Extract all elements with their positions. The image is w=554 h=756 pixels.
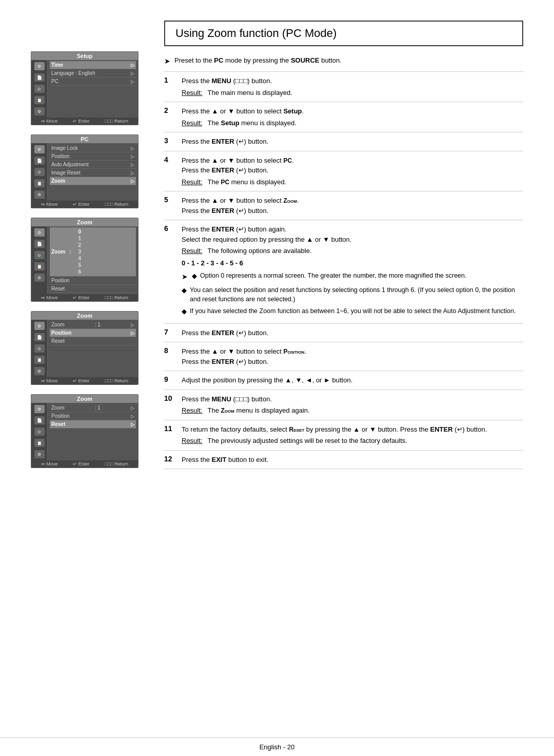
pc-icon-1: ⚙ xyxy=(34,145,45,153)
icon-2: 📄 xyxy=(34,73,45,82)
step-12-content: Press the EXIT button to exit. xyxy=(180,450,523,469)
zoom-menu-position: Position xyxy=(50,277,136,285)
intro-text: Preset to the PC mode by pressing the SO… xyxy=(174,56,342,64)
screen-setup-menu: Time ▷ Language : English ▷ PC ▷ xyxy=(48,60,138,118)
step-7-num: 7 xyxy=(164,323,180,342)
screen-zoom2: Zoom ⚙ 📄 ⊙ 📋 ⚙ Zoom : 1 ▷ xyxy=(31,311,138,385)
z2-icon-2: 📄 xyxy=(34,333,45,341)
step-1-content: Press the MENU (□□□) button. Result: The… xyxy=(180,72,523,102)
note-item: ➤ ◆ Option 0 represents a normal screen.… xyxy=(182,271,521,283)
content-area: Setup ⚙ 📄 ⊙ 📋 ⚙ Time ▷ xyxy=(0,0,554,738)
screen-zoom2-footer: ⇔ Move ↵ Enter □□□ Return xyxy=(31,377,138,384)
pc-icon-4: 📋 xyxy=(34,179,45,187)
screen-zoom2-title: Zoom xyxy=(31,312,138,320)
step-6-num: 6 xyxy=(164,220,180,324)
footer-text: English - 20 xyxy=(260,743,295,751)
z2-menu-position: Position ▷ xyxy=(50,329,136,337)
screen-setup-icons: ⚙ 📄 ⊙ 📋 ⚙ xyxy=(31,60,48,118)
step-11-row: 11 To return the factory defaults, selec… xyxy=(164,420,523,450)
menu-auto-adjustment: Auto Adjustment ▷ xyxy=(50,161,136,169)
step-9-num: 9 xyxy=(164,371,180,390)
step-7-row: 7 Press the ENTER (↵) button. xyxy=(164,323,523,342)
z3-menu-position: Position ▷ xyxy=(50,412,136,420)
step-4-row: 4 Press the ▲ or ▼ button to select PC. … xyxy=(164,151,523,191)
step-9-content: Adjust the position by pressing the ▲, ▼… xyxy=(180,371,523,390)
page-title-box: Using Zoom function (PC Mode) xyxy=(164,21,523,46)
bullet-2: ◆ You can select the position and reset … xyxy=(182,285,521,304)
screen-zoom2-icons: ⚙ 📄 ⊙ 📋 ⚙ xyxy=(31,320,48,377)
z3-icon-1: ⚙ xyxy=(34,405,45,413)
zoom-val-5: 5 xyxy=(75,262,85,268)
z3-icon-2: 📄 xyxy=(34,416,45,424)
screen-zoom1-menu: Zoom : 0 1 2 3 4 5 6 xyxy=(48,226,138,294)
pc-icon-3: ⊙ xyxy=(34,168,45,176)
z3-menu-zoom: Zoom : 1 ▷ xyxy=(50,404,136,412)
z2-icon-4: 📋 xyxy=(34,356,45,364)
screen-pc-footer: ⇔ Move ↵ Enter □□□ Return xyxy=(31,201,138,208)
left-column: Setup ⚙ 📄 ⊙ 📋 ⚙ Time ▷ xyxy=(31,51,149,717)
z2-icon-3: ⊙ xyxy=(34,344,45,353)
right-column: Using Zoom function (PC Mode) ➤ Preset t… xyxy=(164,21,523,717)
screen-zoom2-menu: Zoom : 1 ▷ Position ▷ Reset xyxy=(48,320,138,377)
screen-zoom1-title: Zoom xyxy=(31,218,138,226)
screen-pc: PC ⚙ 📄 ⊙ 📋 ⚙ Image Lock ▷ xyxy=(31,134,138,208)
step-5-content: Press the ▲ or ▼ button to select Zoom. … xyxy=(180,191,523,220)
step-11-num: 11 xyxy=(164,420,180,450)
zoom-val-4: 4 xyxy=(75,255,85,262)
icon-1: ⚙ xyxy=(34,62,45,70)
step-1-result: Result: The main menu is displayed. xyxy=(182,88,521,98)
step-5-row: 5 Press the ▲ or ▼ button to select Zoom… xyxy=(164,191,523,220)
z3-icon-4: 📋 xyxy=(34,439,45,447)
screen-zoom3-menu: Zoom : 1 ▷ Position ▷ Reset ▷ xyxy=(48,403,138,460)
screen-zoom2-body: ⚙ 📄 ⊙ 📋 ⚙ Zoom : 1 ▷ Position xyxy=(31,320,138,377)
zoom-menu-reset: Reset xyxy=(50,285,136,293)
step-3-content: Press the ENTER (↵) button. xyxy=(180,132,523,151)
menu-pc: PC ▷ xyxy=(50,77,136,86)
page-footer: English - 20 xyxy=(0,738,554,756)
intro-line: ➤ Preset to the PC mode by pressing the … xyxy=(164,56,523,65)
step-2-row: 2 Press the ▲ or ▼ button to select Setu… xyxy=(164,102,523,132)
icon-4: 📋 xyxy=(34,96,45,104)
screen-pc-body: ⚙ 📄 ⊙ 📋 ⚙ Image Lock ▷ Position ▷ xyxy=(31,143,138,201)
step-6-content: Press the ENTER (↵) button again. Select… xyxy=(180,220,523,324)
step-6-notes: ➤ ◆ Option 0 represents a normal screen.… xyxy=(182,271,521,317)
z3-menu-reset: Reset ▷ xyxy=(50,420,136,429)
bullet-1: ◆ Option 0 represents a normal screen. T… xyxy=(192,271,467,281)
icon-5: ⚙ xyxy=(34,107,45,115)
screen-zoom3-body: ⚙ 📄 ⊙ 📋 ⚙ Zoom : 1 ▷ Position xyxy=(31,403,138,460)
screen-zoom3-title: Zoom xyxy=(31,395,138,403)
screen-pc-icons: ⚙ 📄 ⊙ 📋 ⚙ xyxy=(31,143,48,201)
step-10-content: Press the MENU (□□□) button. Result: The… xyxy=(180,390,523,420)
icon-3: ⊙ xyxy=(34,85,45,93)
step-7-content: Press the ENTER (↵) button. xyxy=(180,323,523,342)
step-10-result: Result: The Zoom menu is displayed again… xyxy=(182,405,521,416)
step-2-content: Press the ▲ or ▼ button to select Setup.… xyxy=(180,102,523,132)
screen-pc-menu: Image Lock ▷ Position ▷ Auto Adjustment … xyxy=(48,143,138,201)
step-4-num: 4 xyxy=(164,151,180,191)
page: Setup ⚙ 📄 ⊙ 📋 ⚙ Time ▷ xyxy=(0,0,554,756)
page-title: Using Zoom function (PC Mode) xyxy=(175,27,337,40)
step-1-num: 1 xyxy=(164,72,180,102)
z2-icon-1: ⚙ xyxy=(34,322,45,330)
step-11-result: Result: The previously adjusted settings… xyxy=(182,436,521,446)
zoom-menu-zoom: Zoom : 0 1 2 3 4 5 6 xyxy=(50,227,136,277)
pc-icon-5: ⚙ xyxy=(34,190,45,199)
step-9-row: 9 Adjust the position by pressing the ▲,… xyxy=(164,371,523,390)
step-6-options: 0 - 1 - 2 - 3 - 4 - 5 - 6 xyxy=(182,258,521,268)
zoom-val-6: 6 xyxy=(75,268,85,275)
step-12-row: 12 Press the EXIT button to exit. xyxy=(164,450,523,469)
screen-zoom1-footer: ⇔ Move ↵ Enter □□□ Return xyxy=(31,294,138,301)
step-3-row: 3 Press the ENTER (↵) button. xyxy=(164,132,523,151)
z2-menu-zoom: Zoom : 1 ▷ xyxy=(50,321,136,329)
z1-icon-5: ⚙ xyxy=(34,274,45,282)
screen-setup: Setup ⚙ 📄 ⊙ 📋 ⚙ Time ▷ xyxy=(31,51,138,125)
screen-zoom3: Zoom ⚙ 📄 ⊙ 📋 ⚙ Zoom : 1 ▷ xyxy=(31,394,138,468)
screen-setup-title: Setup xyxy=(31,52,138,60)
step-6-result: Result: The following options are availa… xyxy=(182,246,521,256)
menu-image-reset: Image Reset ▷ xyxy=(50,169,136,177)
z2-menu-reset: Reset xyxy=(50,337,136,345)
menu-zoom: Zoom ▷ xyxy=(50,177,136,185)
step-6-row: 6 Press the ENTER (↵) button again. Sele… xyxy=(164,220,523,324)
step-11-content: To return the factory defaults, select R… xyxy=(180,420,523,450)
step-2-result: Result: The Setup menu is displayed. xyxy=(182,118,521,128)
